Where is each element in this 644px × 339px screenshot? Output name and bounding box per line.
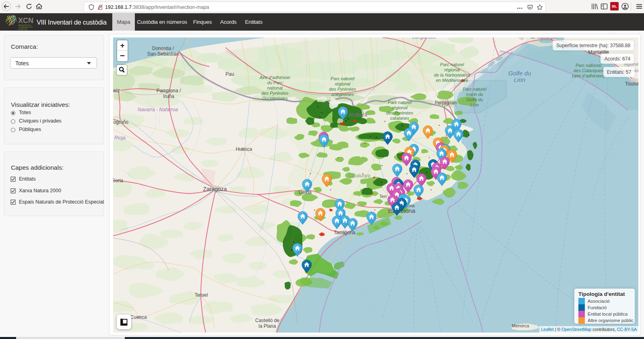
svg-text:des Pyrénées: des Pyrénées: [261, 91, 289, 96]
svg-text:Parc naturel: Parc naturel: [330, 76, 355, 81]
svg-text:Occidentales: Occidentales: [262, 96, 288, 101]
svg-text:Pamplona /: Pamplona /: [157, 88, 181, 94]
svg-text:Navarra - Nafarroa: Navarra - Nafarroa: [138, 107, 178, 112]
svg-text:ariégeoises: ariégeoises: [331, 92, 354, 97]
svg-text:San-Sebastián: San-Sebastián: [147, 51, 179, 57]
svg-text:teiz: teiz: [113, 87, 120, 94]
svg-text:régional: régional: [392, 105, 408, 110]
svg-text:Parc national: Parc national: [576, 63, 602, 68]
svg-text:la Plana: la Plana: [258, 323, 276, 329]
svg-text:Lion: Lion: [514, 76, 525, 83]
svg-text:Pau: Pau: [225, 71, 234, 77]
svg-text:Soria: Soria: [113, 178, 123, 183]
svg-text:Logroño: Logroño: [113, 119, 128, 125]
svg-text:Castelló de: Castelló de: [255, 318, 279, 323]
svg-text:Parc naturel: Parc naturel: [462, 87, 487, 92]
svg-text:Huesca: Huesca: [236, 146, 252, 152]
svg-text:en Méditerranée: en Méditerranée: [436, 78, 468, 83]
svg-text:de Camargue: de Camargue: [531, 37, 558, 40]
svg-text:Parc naturel: Parc naturel: [440, 62, 464, 67]
svg-text:Languedoc: Languedoc: [412, 37, 436, 40]
svg-text:Lion: Lion: [471, 102, 479, 107]
svg-text:Perpignan: Perpignan: [435, 100, 457, 106]
svg-text:Lleida: Lleida: [299, 189, 312, 195]
svg-text:Golfe du: Golfe du: [466, 97, 483, 102]
svg-text:Andorra: Andorra: [349, 112, 367, 118]
svg-text:Terr: Terr: [380, 194, 387, 199]
svg-text:régional: régional: [444, 67, 460, 72]
svg-text:des Pyrénées: des Pyrénées: [386, 110, 413, 115]
svg-text:Aire d’adhésion: Aire d’adhésion: [259, 75, 290, 80]
svg-text:Cuenca: Cuenca: [130, 314, 147, 320]
svg-text:du Parc: du Parc: [267, 80, 283, 85]
svg-text:Menorca: Menorca: [512, 323, 530, 328]
svg-text:Toulon: Toulon: [625, 81, 638, 87]
svg-text:marin du: marin du: [466, 92, 483, 97]
svg-text:Golfe du: Golfe du: [508, 70, 531, 77]
svg-text:(aire d’adhésion): (aire d’adhésion): [572, 73, 605, 78]
svg-text:Teruel: Teruel: [195, 292, 208, 298]
svg-text:Donostia /: Donostia /: [152, 46, 174, 51]
svg-text:LA NATURA: LA NATURA: [18, 28, 27, 30]
svg-text:Catalunya: Catalunya: [349, 173, 370, 179]
svg-text:Zaragoza: Zaragoza: [203, 186, 227, 192]
svg-text:a Rioja: a Rioja: [113, 135, 126, 141]
svg-text:Iruña: Iruña: [163, 94, 174, 99]
svg-text:régional: régional: [334, 81, 351, 86]
svg-text:des Calanques: des Calanques: [574, 68, 603, 73]
svg-text:catalanes: catalanes: [390, 116, 409, 121]
svg-text:de la Narbonnaise: de la Narbonnaise: [434, 73, 470, 77]
svg-text:national: national: [267, 85, 283, 90]
svg-text:des Pyrénées: des Pyrénées: [329, 87, 356, 92]
svg-text:XCN: XCN: [18, 17, 33, 25]
svg-text:Parc naturel: Parc naturel: [388, 100, 412, 105]
